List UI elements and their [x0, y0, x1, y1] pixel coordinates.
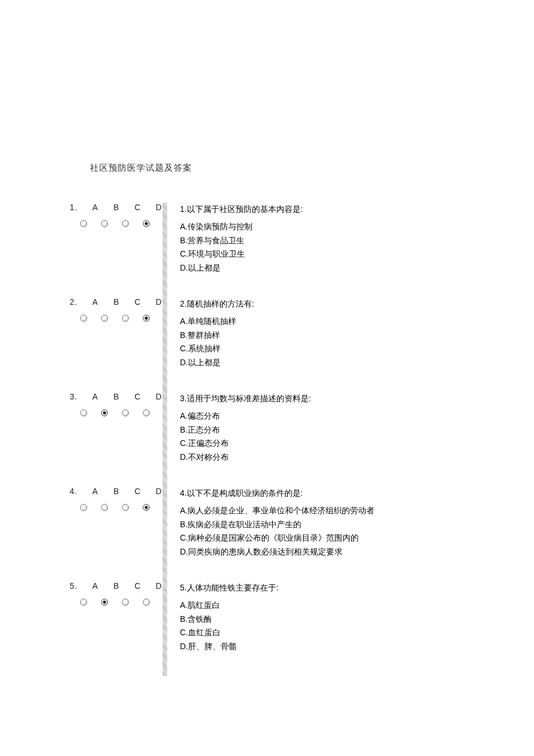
radio-option-c[interactable]: [122, 409, 129, 416]
question-number: 5.: [70, 581, 78, 591]
choice-label: A: [92, 203, 99, 212]
radio-option-d[interactable]: [143, 315, 150, 322]
option-text: A.偏态分布: [180, 409, 534, 423]
question-block: 4.ABCD4.以下不是构成职业病的条件的是:A.病人必须是企业、事业单位和个体…: [0, 487, 534, 581]
question-stem: 5.人体功能性铁主要存在于:: [180, 581, 534, 595]
question-text: 3.适用于均数与标准差描述的资料是:A.偏态分布B.正态分布C.正偏态分布D.不…: [163, 392, 534, 465]
option-text: D.同类疾病的患病人数必须达到相关规定要求: [180, 545, 534, 559]
option-text: B.正态分布: [180, 423, 534, 437]
choice-label: D: [156, 392, 163, 401]
question-text: 4.以下不是构成职业病的条件的是:A.病人必须是企业、事业单位和个体经济组织的劳…: [163, 487, 534, 559]
choice-label: C: [134, 487, 141, 496]
option-text: D.不对称分布: [180, 451, 534, 465]
radio-option-d[interactable]: [143, 409, 150, 416]
choice-header: 5.ABCD: [70, 581, 163, 591]
option-text: C.血红蛋白: [180, 626, 534, 640]
radio-option-b[interactable]: [101, 220, 108, 227]
radio-option-a[interactable]: [80, 220, 87, 227]
choice-label: D: [156, 581, 163, 591]
question-text: 1.以下属于社区预防的基本内容是:A.传染病预防与控制B.营养与食品卫生C.环境…: [163, 203, 534, 275]
quiz-container: 1.ABCD1.以下属于社区预防的基本内容是:A.传染病预防与控制B.营养与食品…: [0, 203, 534, 676]
choice-label: D: [156, 297, 163, 307]
answer-sheet-cell: 2.ABCD: [0, 297, 163, 370]
question-block: 1.ABCD1.以下属于社区预防的基本内容是:A.传染病预防与控制B.营养与食品…: [0, 203, 534, 297]
option-text: B.疾病必须是在职业活动中产生的: [180, 518, 534, 532]
page-title: 社区预防医学试题及答案: [90, 163, 534, 174]
choice-label: B: [113, 203, 120, 212]
option-text: D.以上都是: [180, 356, 534, 370]
choice-label: C: [134, 581, 141, 591]
choice-label: C: [134, 392, 141, 401]
choice-label: D: [156, 203, 163, 212]
option-text: B.营养与食品卫生: [180, 234, 534, 248]
answer-sheet-cell: 5.ABCD: [0, 581, 163, 654]
radio-group: [70, 220, 163, 227]
radio-group: [70, 315, 163, 322]
question-stem: 2.随机抽样的方法有:: [180, 297, 534, 311]
radio-group: [70, 599, 163, 606]
choice-label: B: [113, 581, 120, 591]
choice-header: 4.ABCD: [70, 487, 163, 496]
question-number: 2.: [70, 297, 78, 307]
radio-group: [70, 409, 163, 416]
radio-option-d[interactable]: [143, 220, 150, 227]
radio-option-b[interactable]: [101, 599, 108, 606]
question-block: 3.ABCD3.适用于均数与标准差描述的资料是:A.偏态分布B.正态分布C.正偏…: [0, 392, 534, 487]
option-text: C.环境与职业卫生: [180, 247, 534, 261]
option-text: C.正偏态分布: [180, 437, 534, 451]
option-text: A.单纯随机抽样: [180, 315, 534, 329]
question-text: 5.人体功能性铁主要存在于:A.肌红蛋白B.含铁酶C.血红蛋白D.肝、脾、骨髓: [163, 581, 534, 654]
choice-label: B: [113, 392, 120, 401]
choice-label: C: [134, 297, 141, 307]
option-text: B.整群抽样: [180, 329, 534, 343]
option-text: A.病人必须是企业、事业单位和个体经济组织的劳动者: [180, 504, 534, 518]
choice-header: 3.ABCD: [70, 392, 163, 401]
choice-label: C: [134, 203, 141, 212]
choice-label: A: [92, 297, 99, 307]
option-text: C.系统抽样: [180, 342, 534, 356]
question-number: 3.: [70, 392, 78, 401]
choice-label: A: [92, 487, 99, 496]
question-stem: 3.适用于均数与标准差描述的资料是:: [180, 392, 534, 406]
vertical-divider: [163, 203, 167, 676]
option-text: D.以上都是: [180, 261, 534, 275]
radio-option-a[interactable]: [80, 315, 87, 322]
radio-option-b[interactable]: [101, 409, 108, 416]
question-stem: 1.以下属于社区预防的基本内容是:: [180, 203, 534, 217]
answer-sheet-cell: 3.ABCD: [0, 392, 163, 465]
choice-label: B: [113, 487, 120, 496]
radio-group: [70, 504, 163, 511]
choice-label: A: [92, 392, 99, 401]
question-stem: 4.以下不是构成职业病的条件的是:: [180, 487, 534, 501]
question-text: 2.随机抽样的方法有:A.单纯随机抽样B.整群抽样C.系统抽样D.以上都是: [163, 297, 534, 370]
radio-option-d[interactable]: [143, 599, 150, 606]
radio-option-d[interactable]: [143, 504, 150, 511]
radio-option-a[interactable]: [80, 504, 87, 511]
option-text: A.肌红蛋白: [180, 599, 534, 613]
choice-label: A: [92, 581, 99, 591]
radio-option-c[interactable]: [122, 504, 129, 511]
radio-option-b[interactable]: [101, 504, 108, 511]
radio-option-c[interactable]: [122, 315, 129, 322]
option-text: C.病种必须是国家公布的《职业病目录》范围内的: [180, 531, 534, 545]
choice-header: 1.ABCD: [70, 203, 163, 212]
answer-sheet-cell: 1.ABCD: [0, 203, 163, 275]
option-text: A.传染病预防与控制: [180, 220, 534, 234]
option-text: B.含铁酶: [180, 613, 534, 627]
choice-header: 2.ABCD: [70, 297, 163, 307]
choice-label: D: [156, 487, 163, 496]
question-number: 1.: [70, 203, 78, 212]
choice-label: B: [113, 297, 120, 307]
question-block: 5.ABCD5.人体功能性铁主要存在于:A.肌红蛋白B.含铁酶C.血红蛋白D.肝…: [0, 581, 534, 676]
radio-option-a[interactable]: [80, 599, 87, 606]
answer-sheet-cell: 4.ABCD: [0, 487, 163, 559]
question-block: 2.ABCD2.随机抽样的方法有:A.单纯随机抽样B.整群抽样C.系统抽样D.以…: [0, 297, 534, 392]
radio-option-c[interactable]: [122, 599, 129, 606]
option-text: D.肝、脾、骨髓: [180, 640, 534, 654]
radio-option-c[interactable]: [122, 220, 129, 227]
radio-option-a[interactable]: [80, 409, 87, 416]
question-number: 4.: [70, 487, 78, 496]
radio-option-b[interactable]: [101, 315, 108, 322]
